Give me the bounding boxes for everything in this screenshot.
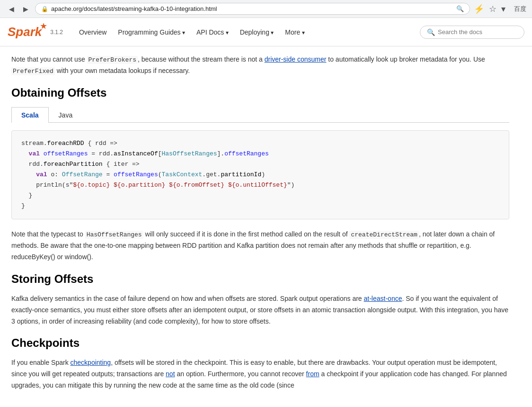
para-storing-offsets: Kafka delivery semantics in the case of … — [11, 293, 509, 327]
code-line-6: } — [21, 190, 499, 201]
para-after-code: Note that the typecast to HasOffsetRange… — [11, 229, 509, 263]
navbar-logo[interactable]: Spark ★ 3.1.2 — [8, 25, 63, 39]
url-text: apache.org/docs/latest/streaming-kafka-0… — [51, 5, 453, 12]
spark-logo-text: Spark — [8, 25, 42, 39]
section3-title: Checkpoints — [11, 336, 509, 350]
para-checkpoints: If you enable Spark checkpointing, offse… — [11, 357, 509, 391]
code-line-1: stream.foreachRDD { rdd => — [21, 138, 499, 149]
browser-chrome: ◀ ▶ 🔒 apache.org/docs/latest/streaming-k… — [0, 0, 532, 18]
code-preferfixed: PreferFixed — [11, 67, 55, 75]
lightning-icon: ⚡ — [474, 4, 484, 14]
spark-version: 3.1.2 — [50, 29, 63, 36]
checkpointing-link[interactable]: checkpointing — [71, 359, 111, 366]
browser-controls: ◀ ▶ — [6, 3, 31, 15]
not-link[interactable]: not — [166, 370, 175, 378]
code-line-3: rdd.foreachPartition { iter => — [21, 159, 499, 170]
driver-side-consumer-link[interactable]: driver-side consumer — [265, 55, 327, 63]
code-line-5: println(s"${o.topic} ${o.partition} ${o.… — [21, 180, 499, 190]
nav-programming-guides[interactable]: Programming Guides — [113, 26, 190, 39]
section2-title: Storing Offsets — [11, 272, 509, 286]
search-input[interactable] — [438, 28, 517, 36]
baidu-button[interactable]: 百度 — [514, 5, 526, 13]
browser-actions: ⚡ ☆ ▾ 百度 — [474, 4, 526, 14]
navbar: Spark ★ 3.1.2 Overview Programming Guide… — [0, 18, 532, 46]
code-line-2: val offsetRanges = rdd.asInstanceOf[HasO… — [21, 149, 499, 159]
intro-note: Note that you cannot use PreferBrokers, … — [11, 54, 509, 77]
nav-deploying[interactable]: Deploying — [235, 26, 279, 39]
code-line-4: val o: OffsetRange = offsetRanges(TaskCo… — [21, 170, 499, 180]
code-createdirectstream: createDirectStream — [349, 231, 418, 239]
code-preferbrokers: PreferBrokers — [87, 56, 138, 64]
spark-star-icon: ★ — [40, 21, 47, 31]
tab-java[interactable]: Java — [49, 107, 83, 123]
nav-overview[interactable]: Overview — [74, 26, 111, 39]
back-button[interactable]: ◀ — [6, 3, 17, 15]
at-least-once-link[interactable]: at-least-once — [364, 295, 402, 302]
lock-icon: 🔒 — [41, 6, 48, 12]
code-block-scala: stream.foreachRDD { rdd => val offsetRan… — [11, 130, 509, 220]
nav-api-docs[interactable]: API Docs — [192, 26, 233, 39]
section1-title: Obtaining Offsets — [11, 86, 509, 99]
from-link[interactable]: from — [306, 370, 319, 378]
nav-more[interactable]: More — [280, 26, 309, 39]
code-hasoffsetranges: HasOffsetRanges — [85, 231, 143, 239]
search-icon: 🔍 — [427, 28, 435, 36]
nav-links: Overview Programming Guides API Docs Dep… — [74, 26, 408, 39]
code-tabs: Scala Java — [11, 107, 509, 123]
star-icon[interactable]: ☆ — [489, 4, 497, 14]
search-icon: 🔍 — [456, 5, 464, 12]
forward-button[interactable]: ▶ — [20, 3, 31, 15]
chevron-icon[interactable]: ▾ — [501, 4, 505, 14]
tab-scala[interactable]: Scala — [11, 107, 49, 123]
address-bar[interactable]: 🔒 apache.org/docs/latest/streaming-kafka… — [35, 3, 470, 15]
search-box[interactable]: 🔍 — [420, 26, 524, 39]
main-content: Note that you cannot use PreferBrokers, … — [0, 46, 521, 407]
code-line-7: } — [21, 201, 499, 211]
